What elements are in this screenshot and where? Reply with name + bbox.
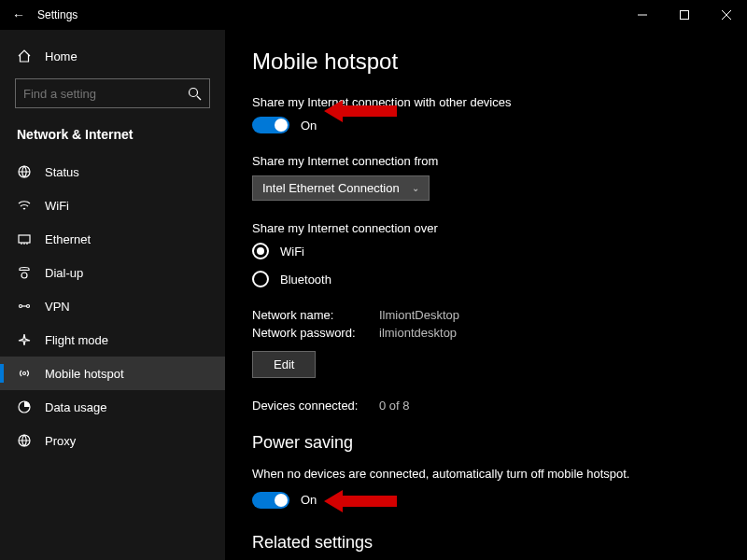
radio-bluetooth[interactable]: Bluetooth bbox=[252, 271, 721, 287]
window-title: Settings bbox=[37, 8, 78, 21]
svg-marker-14 bbox=[324, 100, 397, 122]
content-area: Mobile hotspot Share my Internet connect… bbox=[226, 30, 747, 560]
share-connection-toggle[interactable] bbox=[252, 117, 289, 133]
dialup-icon bbox=[17, 265, 32, 280]
sidebar-item-proxy[interactable]: Proxy bbox=[0, 424, 225, 457]
network-name-value: IlmiontDesktop bbox=[379, 308, 459, 322]
svg-point-8 bbox=[21, 273, 27, 278]
devices-connected-value: 0 of 8 bbox=[379, 399, 410, 413]
sidebar-item-label: Flight mode bbox=[45, 333, 108, 347]
ethernet-icon bbox=[17, 231, 32, 246]
network-name-label: Network name: bbox=[252, 308, 374, 322]
sidebar-item-label: WiFi bbox=[45, 199, 69, 213]
home-icon bbox=[17, 49, 32, 63]
search-icon bbox=[187, 86, 202, 101]
sidebar-item-label: VPN bbox=[45, 300, 70, 314]
related-settings-heading: Related settings bbox=[252, 533, 721, 553]
share-connection-state: On bbox=[301, 119, 317, 133]
close-button[interactable] bbox=[705, 0, 747, 30]
sidebar-item-ethernet[interactable]: Ethernet bbox=[0, 222, 225, 256]
wifi-icon bbox=[17, 198, 32, 213]
sidebar-item-label: Ethernet bbox=[45, 232, 91, 246]
network-password-value: ilmiontdesktop bbox=[379, 326, 457, 340]
share-from-label: Share my Internet connection from bbox=[252, 154, 721, 168]
proxy-icon bbox=[17, 433, 32, 448]
sidebar-home-label: Home bbox=[45, 49, 78, 63]
sidebar-item-label: Status bbox=[45, 165, 79, 179]
annotation-arrow-icon bbox=[324, 487, 399, 515]
minimize-button[interactable] bbox=[621, 0, 663, 30]
sidebar-item-status[interactable]: Status bbox=[0, 155, 225, 189]
sidebar: Home Network & Internet Status WiFi Ethe… bbox=[0, 30, 226, 560]
svg-point-11 bbox=[23, 372, 26, 375]
svg-point-9 bbox=[20, 305, 22, 308]
sidebar-item-vpn[interactable]: VPN bbox=[0, 289, 225, 323]
sidebar-item-label: Mobile hotspot bbox=[45, 367, 124, 381]
datausage-icon bbox=[17, 399, 32, 414]
network-password-label: Network password: bbox=[252, 326, 374, 340]
power-saving-heading: Power saving bbox=[252, 433, 721, 453]
edit-button[interactable]: Edit bbox=[252, 351, 316, 378]
search-field[interactable] bbox=[23, 87, 187, 101]
page-title: Mobile hotspot bbox=[252, 49, 721, 75]
back-button[interactable]: ← bbox=[0, 7, 37, 22]
sidebar-item-label: Data usage bbox=[45, 400, 107, 414]
radio-bluetooth-input[interactable] bbox=[252, 271, 269, 287]
vpn-icon bbox=[17, 299, 32, 314]
power-saving-state: On bbox=[301, 493, 317, 507]
svg-rect-7 bbox=[19, 235, 30, 243]
radio-wifi-input[interactable] bbox=[252, 243, 269, 259]
sidebar-item-label: Dial-up bbox=[45, 266, 83, 280]
annotation-arrow-icon bbox=[324, 97, 399, 125]
sidebar-item-dialup[interactable]: Dial-up bbox=[0, 256, 225, 289]
power-saving-desc: When no devices are connected, automatic… bbox=[252, 466, 644, 483]
sidebar-item-datausage[interactable]: Data usage bbox=[0, 390, 225, 424]
share-connection-label: Share my Internet connection with other … bbox=[252, 95, 721, 109]
search-input[interactable] bbox=[15, 78, 210, 108]
sidebar-item-wifi[interactable]: WiFi bbox=[0, 189, 225, 222]
svg-point-4 bbox=[190, 89, 198, 97]
radio-wifi-label: WiFi bbox=[280, 245, 304, 259]
sidebar-item-flightmode[interactable]: Flight mode bbox=[0, 323, 225, 357]
hotspot-icon bbox=[17, 366, 32, 381]
radio-wifi[interactable]: WiFi bbox=[252, 243, 721, 259]
chevron-down-icon: ⌄ bbox=[412, 183, 419, 193]
svg-line-5 bbox=[197, 96, 201, 100]
airplane-icon bbox=[17, 332, 32, 347]
sidebar-home[interactable]: Home bbox=[0, 39, 225, 73]
svg-marker-15 bbox=[324, 490, 397, 512]
sidebar-category: Network & Internet bbox=[0, 118, 225, 155]
radio-bluetooth-label: Bluetooth bbox=[280, 273, 331, 287]
sidebar-item-mobilehotspot[interactable]: Mobile hotspot bbox=[0, 357, 225, 390]
maximize-button[interactable] bbox=[663, 0, 705, 30]
globe-icon bbox=[17, 164, 32, 179]
share-from-value: Intel Ethernet Connection bbox=[262, 181, 400, 195]
share-from-dropdown[interactable]: Intel Ethernet Connection ⌄ bbox=[252, 175, 430, 201]
title-bar: ← Settings bbox=[0, 0, 747, 30]
svg-rect-1 bbox=[680, 11, 688, 20]
share-over-label: Share my Internet connection over bbox=[252, 221, 721, 235]
power-saving-toggle[interactable] bbox=[252, 492, 289, 509]
svg-point-10 bbox=[27, 305, 30, 308]
sidebar-item-label: Proxy bbox=[45, 434, 76, 448]
devices-connected-label: Devices connected: bbox=[252, 399, 374, 413]
